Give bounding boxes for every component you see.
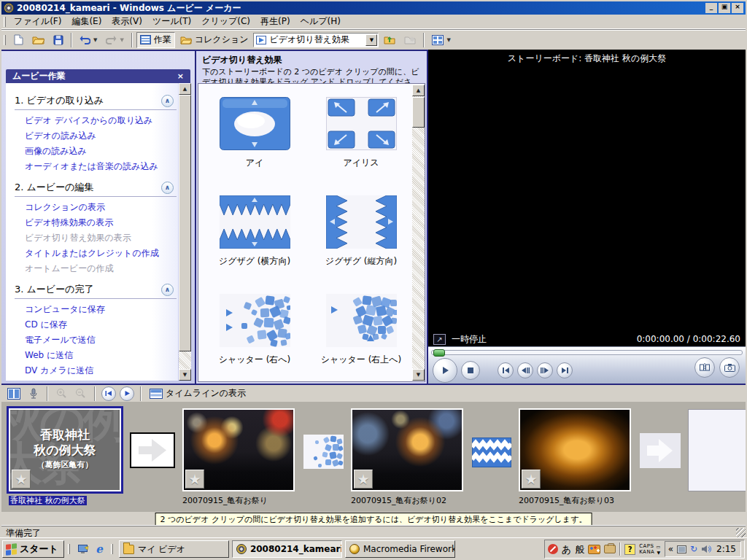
task-pane-link[interactable]: DV カメラに送信 <box>25 365 178 377</box>
show-desktop-icon[interactable] <box>77 542 90 556</box>
redo-button[interactable]: ▼ <box>102 32 127 48</box>
transition-cell-arrow-dark[interactable] <box>130 432 175 468</box>
play-storyboard-button[interactable] <box>120 386 134 401</box>
tray-collapse-chevron-icon[interactable]: « <box>668 545 673 553</box>
new-project-button[interactable] <box>10 32 27 48</box>
transition-item[interactable]: アイ <box>220 97 290 169</box>
views-dropdown-icon[interactable]: ▼ <box>446 37 450 43</box>
task-pane-link[interactable]: タイトルまたはクレジットの作成 <box>25 247 178 260</box>
redo-dropdown-icon[interactable]: ▼ <box>120 37 123 43</box>
undo-dropdown-icon[interactable]: ▼ <box>93 37 97 43</box>
zoom-out-button[interactable] <box>73 387 88 400</box>
volume-tray-icon[interactable] <box>701 545 711 553</box>
task-pane-link[interactable]: ビデオ デバイスからの取り込み <box>25 114 178 127</box>
scroll-down-icon[interactable]: ▼ <box>179 369 191 381</box>
seek-thumb[interactable] <box>433 349 445 357</box>
seek-bar[interactable] <box>431 350 743 355</box>
taskbar-button[interactable]: 20080214_kameari -... <box>232 540 342 558</box>
menu-item[interactable]: ヘルプ(H) <box>295 14 346 29</box>
ime-palette-tray-icon[interactable] <box>588 545 600 554</box>
fullscreen-expand-icon[interactable]: ↗ <box>433 334 446 345</box>
narrate-timeline-button[interactable] <box>26 387 41 400</box>
task-pane-link[interactable]: コンピュータに保存 <box>25 303 178 316</box>
minimize-button-icon[interactable]: _ <box>705 3 717 13</box>
close-button-icon[interactable]: × <box>732 3 743 13</box>
zoom-in-button[interactable] <box>54 387 69 400</box>
collapse-chevron-icon[interactable]: ∧ <box>161 95 174 107</box>
menu-item[interactable]: 編集(E) <box>66 14 107 29</box>
clip-thumbnail[interactable]: ★ <box>351 408 463 491</box>
transition-item[interactable]: アイリス <box>326 97 397 169</box>
undo-button[interactable]: ▼ <box>76 32 101 48</box>
scroll-up-icon[interactable]: ▲ <box>179 83 191 95</box>
transition-cell-shatter-mini[interactable] <box>303 435 344 469</box>
menu-item[interactable]: 表示(V) <box>107 14 147 29</box>
taskbar-button[interactable]: マイ ビデオ <box>119 540 229 558</box>
ime-conversion-mode-indicator[interactable]: 般 <box>575 545 584 554</box>
collapse-chevron-icon[interactable]: ∧ <box>161 182 174 194</box>
scrollbar-thumb[interactable] <box>179 95 191 351</box>
titlebar[interactable]: 20080214_kameari - Windows ムービー メーカー _ ▣… <box>1 1 746 15</box>
up-one-level-button[interactable] <box>380 32 399 48</box>
new-collection-folder-button[interactable] <box>400 32 419 48</box>
clock[interactable]: 2:15 <box>715 544 738 554</box>
taskbar-grip[interactable] <box>111 544 113 554</box>
restore-button-icon[interactable]: ▣ <box>719 3 730 13</box>
scroll-up-icon[interactable]: ▲ <box>412 85 425 96</box>
internet-explorer-icon[interactable]: e <box>93 542 106 556</box>
task-pane-link[interactable]: CD に保存 <box>25 319 178 331</box>
taskbar-button[interactable]: Macromedia Fireworks 8... <box>345 540 455 558</box>
transition-item[interactable]: ジグザグ (横方向) <box>219 195 290 268</box>
task-pane-link[interactable]: 電子メールで送信 <box>25 334 178 346</box>
task-pane-link[interactable]: オーディオまたは音楽の読み込み <box>25 160 178 173</box>
views-button[interactable]: ▼ <box>428 32 454 48</box>
menu-item[interactable]: ファイル(F) <box>9 14 66 29</box>
rewind-storyboard-button[interactable] <box>101 386 116 401</box>
start-button[interactable]: スタート <box>2 540 64 558</box>
transition-item[interactable]: シャッター (右へ) <box>219 294 291 366</box>
menu-item[interactable]: ツール(T) <box>147 14 196 29</box>
collection-combobox[interactable]: ビデオ切り替え効果 ▼ <box>253 33 379 47</box>
menu-item[interactable]: 再生(P) <box>255 14 295 29</box>
clip-thumbnail[interactable]: 秋の例大祭香取神社秋の例大祭（葛飾区亀有）★ <box>9 408 121 491</box>
task-pane-link[interactable]: 画像の読み込み <box>25 145 178 158</box>
transition-cell-zigzag-mini[interactable] <box>472 438 511 467</box>
task-pane-link[interactable]: ビデオ特殊効果の表示 <box>25 217 178 229</box>
menu-item[interactable]: クリップ(C) <box>196 14 255 29</box>
caps-kana-indicator[interactable]: CAPS▭ KANA▼ <box>639 544 661 555</box>
task-pane-link[interactable]: ビデオの読み込み <box>25 130 178 142</box>
empty-clip-cell[interactable] <box>688 409 746 491</box>
task-pane-link[interactable]: Web に送信 <box>25 349 178 362</box>
stop-button[interactable] <box>461 361 480 380</box>
toolbox-tray-icon[interactable] <box>604 545 616 553</box>
combobox-dropdown-icon[interactable]: ▼ <box>365 34 377 46</box>
task-pane-close-icon[interactable]: × <box>177 71 184 81</box>
storyboard-view-button[interactable] <box>5 387 23 400</box>
display-settings-tray-icon[interactable] <box>677 545 686 553</box>
antivirus-tray-icon[interactable] <box>548 544 558 554</box>
next-frame-button[interactable] <box>557 362 573 378</box>
transitions-scrollbar[interactable]: ▲ ▼ <box>412 85 425 381</box>
ime-input-mode-indicator[interactable]: あ <box>562 545 571 554</box>
save-project-button[interactable] <box>50 32 67 48</box>
transition-item[interactable]: シャッター (右上へ) <box>321 294 402 366</box>
task-pane-scrollbar[interactable]: ▲ ▼ <box>179 83 191 381</box>
take-picture-button[interactable] <box>719 357 740 378</box>
quick-launch-grip[interactable] <box>68 544 70 554</box>
tasks-button[interactable]: 作業 <box>136 32 175 48</box>
transition-item[interactable]: ジグザグ (縦方向) <box>325 195 397 268</box>
help-tray-icon[interactable]: ? <box>624 544 635 555</box>
show-timeline-button[interactable]: タイムラインの表示 <box>147 386 248 400</box>
collapse-chevron-icon[interactable]: ∧ <box>161 284 174 296</box>
clip-thumbnail[interactable]: ★ <box>519 408 631 491</box>
toolbar-grip[interactable] <box>4 17 6 27</box>
scrollbar-thumb[interactable] <box>412 97 425 128</box>
split-clip-button[interactable] <box>694 357 715 378</box>
transition-cell-arrow-light[interactable] <box>640 433 681 468</box>
scroll-down-icon[interactable]: ▼ <box>412 369 425 381</box>
sync-tray-icon[interactable]: ↻ <box>690 545 697 553</box>
task-pane-link[interactable]: コレクションの表示 <box>25 201 178 214</box>
previous-frame-button[interactable] <box>498 362 514 378</box>
play-button[interactable] <box>433 358 457 383</box>
step-back-button[interactable] <box>517 362 533 378</box>
